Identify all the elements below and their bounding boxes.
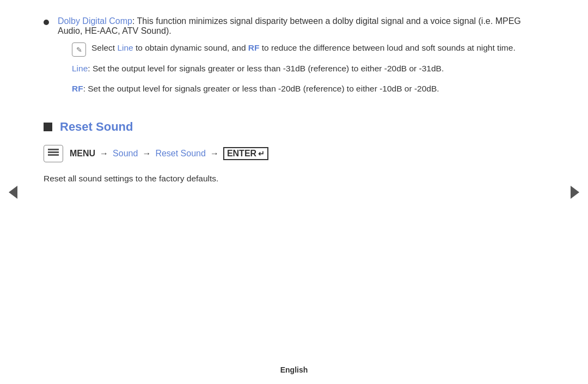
section-heading: Reset Sound — [44, 120, 544, 134]
sound-label: Sound — [113, 149, 138, 159]
note-middle: to obtain dynamic sound, and — [133, 43, 248, 52]
note-icon: ✎ — [72, 42, 86, 57]
bullet-dot — [44, 20, 49, 25]
heading-square-icon — [44, 123, 52, 131]
arrow3: → — [210, 149, 219, 159]
bullet-section: Dolby Digital Comp: This function minimi… — [44, 16, 544, 102]
footer-language: English — [280, 365, 308, 374]
note-rf-word: RF — [248, 43, 260, 52]
note-prefix: Select — [91, 43, 117, 52]
menu-icon — [44, 145, 63, 162]
page-container: Dolby Digital Comp: This function minimi… — [0, 0, 588, 384]
rf-definition: RF: Set the output level for signals gre… — [72, 82, 544, 96]
description-text: Reset all sound settings to the factory … — [44, 172, 544, 186]
note-line-word: Line — [117, 43, 133, 52]
content-area: Dolby Digital Comp: This function minimi… — [44, 16, 544, 185]
svg-rect-1 — [48, 151, 59, 153]
note-content: Select Line to obtain dynamic sound, and… — [91, 41, 544, 54]
footer: English — [280, 365, 308, 374]
line-def-text: : Set the output level for signals great… — [88, 64, 444, 73]
arrow1: → — [100, 149, 108, 159]
dolby-digital-comp-term: Dolby Digital Comp — [58, 16, 132, 26]
svg-rect-0 — [48, 149, 59, 150]
line-label: Line — [72, 64, 88, 73]
note-item: ✎ Select Line to obtain dynamic sound, a… — [72, 41, 544, 57]
enter-arrow-icon: ↵ — [258, 149, 265, 158]
rf-def-text: : Set the output level for signals great… — [83, 84, 439, 93]
bullet-item: Dolby Digital Comp: This function minimi… — [44, 16, 544, 102]
note-suffix: to reduce the difference between loud an… — [260, 43, 516, 52]
arrow2: → — [142, 149, 151, 159]
enter-box: ENTER↵ — [223, 147, 268, 160]
svg-rect-2 — [48, 154, 59, 156]
bullet-content: Dolby Digital Comp: This function minimi… — [58, 16, 544, 102]
enter-label: ENTER — [227, 149, 256, 159]
definition-block: Line: Set the output level for signals g… — [72, 62, 544, 96]
rf-label: RF — [72, 84, 83, 93]
menu-path: MENU → Sound → Reset Sound → ENTER↵ — [44, 145, 544, 162]
menu-label: MENU — [70, 149, 95, 159]
section-title: Reset Sound — [60, 120, 133, 134]
line-definition: Line: Set the output level for signals g… — [72, 62, 544, 76]
reset-sound-label: Reset Sound — [155, 149, 206, 159]
